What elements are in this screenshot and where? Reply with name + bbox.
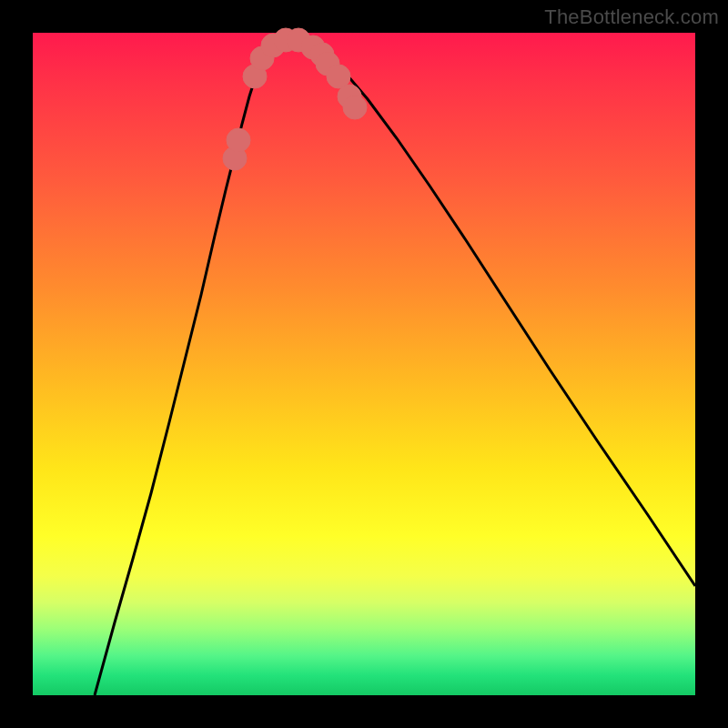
chart-svg <box>33 33 695 695</box>
data-marker <box>343 96 367 119</box>
marker-group <box>223 28 367 170</box>
bottleneck-curve <box>95 39 695 695</box>
data-marker <box>227 128 250 152</box>
plot-area <box>33 33 695 695</box>
chart-frame: TheBottleneck.com <box>0 0 728 728</box>
watermark-text: TheBottleneck.com <box>544 5 719 29</box>
